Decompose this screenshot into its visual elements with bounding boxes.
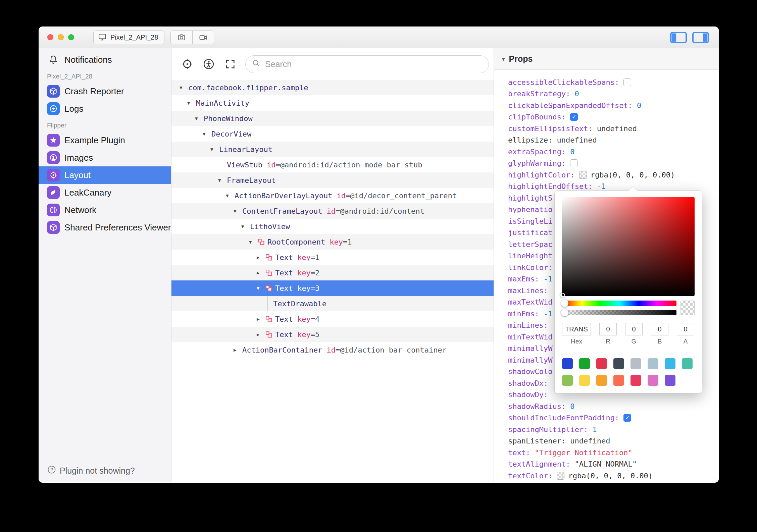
sidebar-item-crash-reporter[interactable]: Crash Reporter (39, 83, 171, 100)
color-picker-popover: TRANS 0 0 0 0 Hex R G B A (554, 191, 702, 393)
inspector-toolbar (171, 48, 494, 80)
tree-node-text[interactable]: ▸Textkey=4 (171, 311, 494, 327)
color-swatch[interactable] (630, 358, 641, 369)
chevron-down-icon[interactable]: ▾ (218, 177, 227, 183)
plugin-not-showing-link[interactable]: ? Plugin not showing? (47, 465, 135, 476)
toggle-right-panel-button[interactable] (692, 32, 709, 45)
screen-record-button[interactable] (192, 31, 214, 44)
prop-checkbox[interactable] (623, 78, 631, 86)
tree-node-rootcomponent[interactable]: ▾RootComponentkey=1 (171, 234, 494, 250)
device-selector[interactable]: Pixel_2_API_28 (93, 31, 164, 44)
chevron-down-icon[interactable]: ▾ (180, 84, 188, 91)
tree-node-text[interactable]: ▸Textkey=5 (171, 327, 494, 342)
screenshot-button[interactable] (171, 31, 192, 44)
tree-node-linearlayout[interactable]: ▾LinearLayout (171, 142, 494, 157)
sidebar-item-notifications[interactable]: Notifications (39, 51, 171, 68)
chevron-down-icon[interactable]: ▾ (195, 115, 204, 122)
prop-row-customellipsistext: customEllipsisText:undefined (494, 123, 719, 135)
tree-node-text[interactable]: ▸Textkey=2 (171, 265, 494, 280)
sidebar-item-leakcanary[interactable]: LeakCanary (39, 184, 171, 201)
sidebar-item-example-plugin[interactable]: Example Plugin (39, 131, 171, 149)
tree-node-lithoview[interactable]: ▾LithoView (171, 219, 494, 234)
color-swatch[interactable] (596, 358, 607, 369)
tree-node-actionbarcontainer[interactable]: ▸ActionBarContainerid=@id/action_bar_con… (171, 342, 494, 358)
alpha-input[interactable]: 0 (677, 323, 694, 335)
sidebar-item-images[interactable]: Images (39, 149, 171, 166)
alpha-slider-knob[interactable] (561, 309, 568, 316)
color-swatch[interactable] (562, 375, 573, 386)
color-swatch[interactable] (630, 375, 641, 386)
saturation-marker[interactable] (560, 293, 565, 298)
close-button[interactable] (47, 34, 53, 40)
green-input[interactable]: 0 (625, 323, 643, 335)
prop-row-spanlistener: spanListener:undefined (494, 435, 719, 447)
tree-node-text[interactable]: ▾Textkey=3 (171, 280, 494, 296)
chevron-down-icon[interactable]: ▾ (210, 146, 219, 153)
select-element-button[interactable] (181, 58, 194, 70)
hue-slider[interactable] (562, 301, 676, 306)
chevron-down-icon[interactable]: ▾ (234, 208, 242, 214)
panel-toggles (670, 32, 709, 45)
chevron-right-icon[interactable]: ▸ (257, 269, 265, 276)
color-swatch[interactable] (648, 375, 658, 386)
color-swatch[interactable] (596, 375, 607, 386)
minimize-button[interactable] (58, 34, 64, 40)
tree-guide-line (264, 296, 273, 311)
r-label: R (599, 338, 617, 345)
sidebar-item-shared-preferences-viewer[interactable]: Shared Preferences Viewer (39, 219, 171, 236)
search-input[interactable] (265, 59, 483, 69)
sidebar-item-network[interactable]: Network (39, 201, 171, 219)
color-swatch-checkbox[interactable] (557, 472, 564, 480)
globe-icon (47, 204, 60, 216)
color-swatch[interactable] (579, 375, 590, 386)
tree-node-decorview[interactable]: ▾DecorView (171, 126, 494, 142)
sidebar-item-logs[interactable]: Logs (39, 100, 171, 117)
chevron-down-icon[interactable]: ▾ (241, 223, 250, 230)
expand-button[interactable] (224, 58, 237, 70)
tree-node-com-facebook-flipper-sample[interactable]: ▾com.facebook.flipper.sample (171, 80, 494, 95)
color-swatch[interactable] (648, 358, 658, 369)
hue-slider-knob[interactable] (561, 300, 568, 307)
chevron-down-icon[interactable]: ▾ (249, 238, 258, 245)
color-sliders (562, 301, 695, 315)
chevron-down-icon[interactable]: ▾ (187, 100, 196, 106)
prop-checkbox[interactable]: ✓ (623, 414, 631, 422)
color-swatch[interactable] (682, 358, 693, 369)
chevron-down-icon[interactable]: ▾ (257, 285, 265, 291)
chevron-right-icon[interactable]: ▸ (257, 254, 265, 261)
tree-node-contentframelayout[interactable]: ▾ContentFrameLayoutid=@android:id/conten… (171, 203, 494, 219)
tree-node-actionbaroverlaylayout[interactable]: ▾ActionBarOverlayLayoutid=@id/decor_cont… (171, 188, 494, 203)
hex-input[interactable]: TRANS (562, 323, 591, 335)
tree-node-text[interactable]: ▸Textkey=1 (171, 250, 494, 265)
chevron-down-icon[interactable]: ▾ (226, 192, 235, 199)
blue-input[interactable]: 0 (651, 323, 668, 335)
tree-node-mainactivity[interactable]: ▾MainActivity (171, 95, 494, 111)
tree-node-viewstub[interactable]: ViewStubid=@android:id/action_mode_bar_s… (171, 157, 494, 172)
color-swatch[interactable] (613, 358, 624, 369)
accessibility-mode-button[interactable] (202, 58, 215, 70)
sidebar-section-label: Flipper (39, 117, 171, 131)
color-swatch[interactable] (579, 358, 590, 369)
prop-checkbox[interactable]: ✓ (570, 113, 578, 121)
color-swatch-checkbox[interactable] (579, 171, 587, 179)
prop-checkbox[interactable] (570, 159, 578, 167)
tree-node-framelayout[interactable]: ▾FrameLayout (171, 172, 494, 188)
toggle-left-panel-button[interactable] (670, 32, 687, 45)
color-swatch[interactable] (562, 358, 573, 369)
props-header[interactable]: ▾ Props (494, 48, 719, 70)
tree-node-phonewindow[interactable]: ▾PhoneWindow (171, 111, 494, 126)
color-swatch[interactable] (665, 358, 675, 369)
color-swatch[interactable] (613, 375, 624, 386)
zoom-button[interactable] (68, 34, 74, 40)
chevron-right-icon[interactable]: ▸ (257, 316, 265, 322)
chevron-down-icon[interactable]: ▾ (203, 130, 211, 137)
monitor-icon (98, 33, 107, 43)
saturation-area[interactable] (562, 197, 695, 296)
red-input[interactable]: 0 (599, 323, 617, 335)
chevron-right-icon[interactable]: ▸ (257, 331, 265, 338)
alpha-slider[interactable] (562, 310, 676, 315)
tree-node-textdrawable[interactable]: TextDrawable (171, 296, 494, 311)
color-swatch[interactable] (665, 375, 675, 386)
sidebar-item-layout[interactable]: Layout (39, 166, 171, 184)
chevron-right-icon[interactable]: ▸ (234, 347, 242, 353)
